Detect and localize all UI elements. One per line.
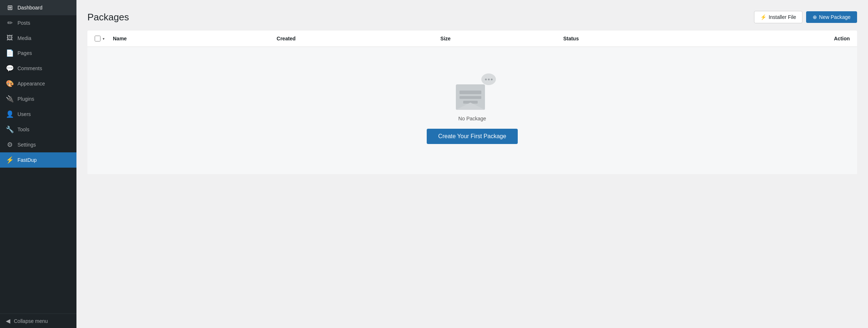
settings-icon: ⚙ (6, 141, 14, 149)
sidebar-item-posts[interactable]: ✏ Posts (0, 15, 76, 31)
col-header-created: Created (277, 36, 441, 41)
pages-icon: 📄 (6, 49, 14, 57)
col-header-name: Name (113, 36, 277, 41)
new-package-button[interactable]: ⊕ New Package (806, 11, 857, 23)
collapse-menu-button[interactable]: ◀ Collapse menu (0, 313, 76, 328)
sidebar: ⊞ Dashboard ✏ Posts 🖼 Media 📄 Pages 💬 Co… (0, 0, 76, 328)
installer-file-button[interactable]: ⚡ Installer File (754, 11, 802, 23)
col-header-size: Size (441, 36, 563, 41)
dashboard-icon: ⊞ (6, 4, 14, 12)
active-arrow (74, 157, 76, 163)
sidebar-item-label: Posts (17, 20, 71, 26)
empty-illustration (454, 77, 490, 110)
sidebar-item-pages[interactable]: 📄 Pages (0, 45, 76, 61)
sidebar-item-label: FastDup (17, 157, 71, 163)
header-actions: ⚡ Installer File ⊕ New Package (754, 11, 857, 23)
appearance-icon: 🎨 (6, 80, 14, 88)
sidebar-item-label: Plugins (17, 96, 71, 102)
packages-table: ▾ Name Created Size Status Action (87, 31, 857, 174)
new-package-label: New Package (819, 14, 851, 20)
sidebar-item-label: Users (17, 111, 71, 117)
sidebar-item-label: Appearance (17, 81, 71, 87)
installer-file-label: Installer File (769, 14, 796, 20)
col-header-action: Action (686, 36, 850, 41)
sidebar-item-appearance[interactable]: 🎨 Appearance (0, 76, 76, 91)
sidebar-item-label: Media (17, 35, 71, 41)
sidebar-item-label: Pages (17, 50, 71, 56)
media-icon: 🖼 (6, 34, 14, 42)
comments-icon: 💬 (6, 64, 14, 72)
sidebar-item-dashboard[interactable]: ⊞ Dashboard (0, 0, 76, 15)
sidebar-item-label: Settings (17, 142, 71, 148)
page-title: Packages (87, 12, 129, 23)
sidebar-item-comments[interactable]: 💬 Comments (0, 61, 76, 76)
table-header: ▾ Name Created Size Status Action (87, 31, 857, 47)
create-first-package-button[interactable]: Create Your First Package (427, 129, 518, 144)
speech-bubble-icon (481, 73, 496, 85)
sidebar-item-users[interactable]: 👤 Users (0, 107, 76, 122)
select-all-checkbox[interactable] (95, 36, 100, 41)
plus-circle-icon: ⊕ (813, 14, 817, 20)
sidebar-item-plugins[interactable]: 🔌 Plugins (0, 91, 76, 107)
users-icon: 👤 (6, 110, 14, 118)
chevron-down-icon[interactable]: ▾ (103, 37, 104, 41)
collapse-icon: ◀ (6, 317, 10, 324)
col-header-status: Status (563, 36, 686, 41)
posts-icon: ✏ (6, 19, 14, 27)
select-all-col: ▾ (95, 36, 113, 41)
sidebar-item-label: Dashboard (17, 5, 71, 11)
sidebar-item-media[interactable]: 🖼 Media (0, 31, 76, 45)
fastdup-icon: ⚡ (6, 156, 14, 164)
main-content: Packages ⚡ Installer File ⊕ New Package … (76, 0, 868, 328)
sidebar-item-label: Comments (17, 65, 71, 71)
table-body-empty: No Package Create Your First Package (87, 47, 857, 174)
tools-icon: 🔧 (6, 125, 14, 133)
empty-state-text: No Package (458, 116, 486, 121)
lightning-icon: ⚡ (760, 14, 766, 20)
sidebar-item-label: Tools (17, 127, 71, 132)
sidebar-item-tools[interactable]: 🔧 Tools (0, 122, 76, 137)
sidebar-item-fastdup[interactable]: ⚡ FastDup (0, 152, 76, 168)
page-header: Packages ⚡ Installer File ⊕ New Package (87, 11, 857, 23)
sidebar-item-settings[interactable]: ⚙ Settings (0, 137, 76, 152)
plugins-icon: 🔌 (6, 95, 14, 103)
collapse-label: Collapse menu (14, 318, 48, 324)
